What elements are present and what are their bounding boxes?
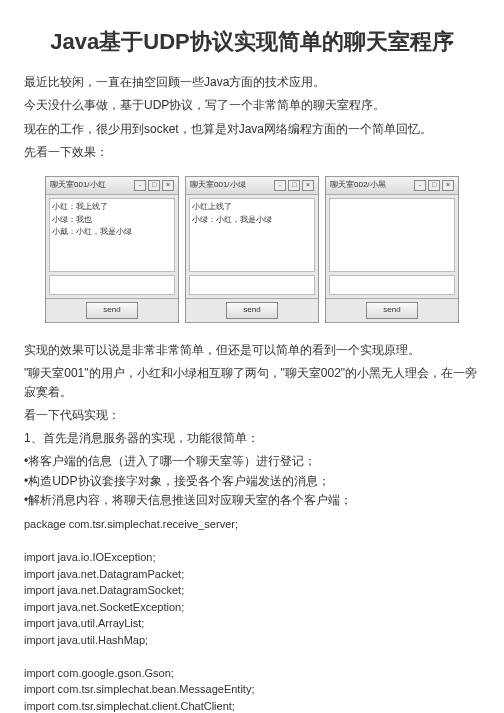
send-button[interactable]: send — [366, 302, 418, 319]
window-title: 聊天室001/小绿 — [190, 179, 272, 192]
code-block: package com.tsr.simplechat.receive_serve… — [24, 516, 480, 713]
maximize-icon: □ — [288, 180, 300, 191]
send-button[interactable]: send — [226, 302, 278, 319]
body-text: 实现的效果可以说是非常非常简单，但还是可以简单的看到一个实现原理。 — [24, 341, 480, 360]
window-title: 聊天室002/小黑 — [330, 179, 412, 192]
body-text: 1、首先是消息服务器的实现，功能很简单： — [24, 429, 480, 448]
body-text: "聊天室001"的用户，小红和小绿相互聊了两句，"聊天室002"的小黑无人理会，… — [24, 364, 480, 402]
maximize-icon: □ — [428, 180, 440, 191]
page-title: Java基于UDP协议实现简单的聊天室程序 — [24, 24, 480, 59]
chat-area: 小红：我上线了小绿：我也小戴：小红，我是小绿 — [49, 198, 175, 272]
intro-line: 今天没什么事做，基于UDP协议，写了一个非常简单的聊天室程序。 — [24, 96, 480, 115]
chat-input[interactable] — [49, 275, 175, 295]
body-text: 看一下代码实现： — [24, 406, 480, 425]
body-text: •将客户端的信息（进入了哪一个聊天室等）进行登记； •构造UDP协议套接字对象，… — [24, 452, 480, 510]
chat-window-2: 聊天室001/小绿-□× 小红上线了小绿：小红，我是小绿 send — [185, 176, 319, 323]
maximize-icon: □ — [148, 180, 160, 191]
window-title: 聊天室001/小红 — [50, 179, 132, 192]
send-button[interactable]: send — [86, 302, 138, 319]
close-icon: × — [302, 180, 314, 191]
chat-input[interactable] — [329, 275, 455, 295]
minimize-icon: - — [414, 180, 426, 191]
intro-line: 现在的工作，很少用到socket，也算是对Java网络编程方面的一个简单回忆。 — [24, 120, 480, 139]
minimize-icon: - — [134, 180, 146, 191]
intro-line: 最近比较闲，一直在抽空回顾一些Java方面的技术应用。 — [24, 73, 480, 92]
chat-area: 小红上线了小绿：小红，我是小绿 — [189, 198, 315, 272]
intro-line: 先看一下效果： — [24, 143, 480, 162]
close-icon: × — [442, 180, 454, 191]
chat-window-3: 聊天室002/小黑-□× send — [325, 176, 459, 323]
close-icon: × — [162, 180, 174, 191]
chat-input[interactable] — [189, 275, 315, 295]
chat-window-1: 聊天室001/小红-□× 小红：我上线了小绿：我也小戴：小红，我是小绿 send — [45, 176, 179, 323]
minimize-icon: - — [274, 180, 286, 191]
chat-area — [329, 198, 455, 272]
screenshot-row: 聊天室001/小红-□× 小红：我上线了小绿：我也小戴：小红，我是小绿 send… — [24, 176, 480, 323]
